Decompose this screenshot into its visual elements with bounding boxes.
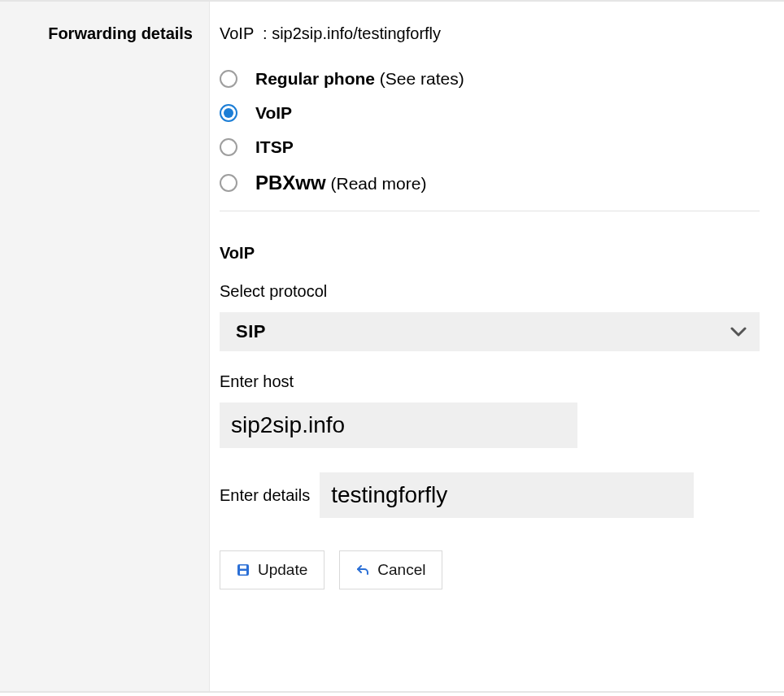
radio-icon [220, 138, 237, 156]
host-input[interactable] [220, 402, 577, 448]
radio-itsp[interactable]: ITSP [220, 137, 760, 157]
protocol-value: SIP [236, 321, 266, 342]
chevron-down-icon [730, 327, 747, 337]
section-title: Forwarding details [0, 24, 193, 43]
radio-extra-text: (See rates) [380, 69, 464, 88]
radio-pbxww[interactable]: PBXww (Read more) [220, 172, 760, 194]
radio-voip[interactable]: VoIP [220, 103, 760, 123]
protocol-label: Select protocol [220, 282, 760, 301]
update-button-label: Update [258, 561, 307, 579]
details-input[interactable] [320, 472, 694, 518]
radio-label-text: PBXww [255, 172, 326, 194]
svg-rect-2 [240, 571, 246, 575]
summary-prefix: VoIP [220, 24, 254, 42]
voip-heading: VoIP [220, 244, 760, 263]
cancel-button-label: Cancel [377, 561, 425, 579]
radio-extra-text: (Read more) [331, 174, 427, 193]
save-icon [237, 563, 250, 576]
sidebar: Forwarding details [0, 2, 210, 691]
details-label: Enter details [220, 486, 310, 505]
radio-regular-phone[interactable]: Regular phone (See rates) [220, 69, 760, 89]
forwarding-type-group: Regular phone (See rates) VoIP ITSP [220, 69, 760, 194]
radio-icon [220, 174, 237, 192]
svg-rect-1 [240, 566, 246, 569]
host-label: Enter host [220, 372, 760, 391]
divider [220, 211, 760, 211]
main-panel: VoIP : sip2sip.info/testingforfly Regula… [210, 2, 784, 691]
radio-icon [220, 104, 237, 122]
radio-label-text: ITSP [255, 137, 294, 156]
button-row: Update Cancel [220, 550, 760, 589]
forwarding-summary: VoIP : sip2sip.info/testingforfly [220, 24, 760, 43]
undo-icon [356, 563, 369, 576]
summary-value: sip2sip.info/testingforfly [272, 24, 441, 42]
cancel-button[interactable]: Cancel [339, 550, 442, 589]
radio-label-text: VoIP [255, 103, 292, 122]
protocol-select[interactable]: SIP [220, 312, 760, 351]
radio-label-text: Regular phone [255, 69, 375, 88]
summary-separator: : [263, 24, 268, 42]
update-button[interactable]: Update [220, 550, 324, 589]
radio-icon [220, 70, 237, 88]
